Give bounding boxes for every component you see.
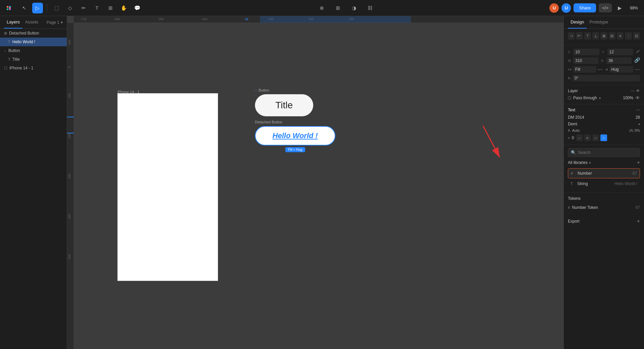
code-button[interactable]: </> (599, 3, 612, 12)
text-align-icons: |A| 0% (629, 128, 640, 132)
hand-tool[interactable]: ✋ (118, 3, 129, 13)
tokens-title: Tokens (568, 196, 640, 201)
text-options-icon[interactable]: ⋯ (636, 108, 640, 112)
tab-layers[interactable]: Layers (4, 16, 22, 28)
tab-assets[interactable]: Assets (22, 16, 41, 28)
align-left[interactable]: ⊣ (568, 32, 575, 40)
page-selector[interactable]: Page 1 ▾ (47, 16, 63, 28)
spacing-value[interactable]: 0 (572, 135, 574, 140)
align-pipe: |A| (629, 129, 633, 132)
iphone-frame[interactable] (117, 93, 218, 281)
detached-button-group: Detached Button Hello World ! Fill × Hug (255, 120, 335, 146)
layer-detached-button[interactable]: ⊞ Detached Button (0, 29, 67, 38)
title-button[interactable]: Title (255, 94, 313, 116)
distribute-h[interactable]: ≡ (617, 32, 624, 40)
resize-icon[interactable]: ⤢ (636, 49, 640, 55)
align-center-v[interactable]: ⊞ (600, 32, 607, 40)
text-icon-2[interactable]: ≡ (584, 134, 591, 141)
inspect-icon[interactable]: ⊕ (317, 3, 327, 13)
tidy-up[interactable]: ⊡ (633, 32, 640, 40)
distribute-v[interactable]: ⋮ (625, 32, 632, 40)
layer-button[interactable]: ⬦ Button (0, 46, 67, 55)
pen-tool[interactable]: ✏ (78, 3, 89, 13)
play-icon[interactable]: ▶ (614, 3, 625, 13)
figma-logo[interactable] (4, 3, 13, 13)
w-field[interactable]: W 310 (568, 57, 598, 64)
select-tool[interactable]: ▷ (32, 3, 43, 13)
avatar: U (549, 3, 559, 13)
layer-icon-1[interactable]: ↔ (631, 89, 635, 93)
canvas-area[interactable]: -710 -600 -300 -100 10 100 310 700 -100 … (67, 16, 564, 349)
canvas-content[interactable]: iPhone 14 - 1 ⬦ Button Title Detached Bu… (74, 23, 564, 349)
tab-design[interactable]: Design (568, 16, 587, 28)
layer-hello-world[interactable]: T Hello World ! (0, 38, 67, 46)
ruler-tick: -600 (114, 17, 120, 21)
hug-icon: ✕ (605, 68, 608, 71)
x-field[interactable]: X 10 (568, 49, 599, 55)
contrast-icon[interactable]: ◑ (349, 3, 360, 13)
font-weight-arrow[interactable]: ▾ (638, 122, 640, 126)
button-group-label: ⬦ Button (255, 88, 313, 92)
y-value[interactable]: 12 (607, 49, 634, 55)
variable-string-left: T String (571, 181, 588, 186)
hug-dash: — (635, 66, 640, 72)
link-icon[interactable]: ⛓ (365, 3, 376, 13)
layer-icon-2[interactable]: 👁 (636, 89, 640, 93)
comment-tool[interactable]: 💬 (132, 3, 143, 13)
align-bottom[interactable]: ⊟ (609, 32, 615, 40)
all-libraries-label[interactable]: All libraries ▾ (568, 160, 591, 165)
text-icon-4[interactable]: ○ (600, 134, 607, 141)
y-label: Y (602, 50, 606, 54)
frame-tool[interactable]: ⬚ (51, 3, 62, 13)
align-top[interactable]: ⊥ (592, 32, 599, 40)
x-value[interactable]: 10 (573, 49, 599, 55)
detached-button[interactable]: Hello World ! Fill × Hug (255, 126, 335, 146)
frame-layer-icon: ☐ (4, 66, 7, 70)
grid-icon[interactable]: ⊞ (333, 3, 343, 13)
font-size[interactable]: 28 (636, 115, 640, 120)
token-number[interactable]: # Number Token 67 (568, 203, 640, 212)
move-tool[interactable]: ↖ (19, 3, 30, 13)
variable-string[interactable]: T String Hello World ! (568, 179, 640, 188)
zoom-level[interactable]: 98% (628, 4, 640, 12)
align-center-h[interactable]: ⊢ (576, 32, 583, 40)
search-box[interactable]: 🔍 (568, 148, 640, 157)
hug-value: Hug (609, 66, 634, 73)
align-right[interactable]: ⊤ (584, 32, 591, 40)
right-panel-tabs: Design Prototype (564, 16, 644, 29)
text-icon-1[interactable]: ↔ (576, 134, 583, 141)
ruler-vtick: 500 (68, 254, 71, 259)
text-tool[interactable]: T (92, 3, 102, 13)
lock-icon[interactable]: 🔗 (634, 57, 640, 64)
coord-row-3: <> Fill — ✕ Hug — (568, 66, 640, 73)
font-name[interactable]: DM 2014 (568, 115, 584, 120)
coord-row-2: W 310 H 36 🔗 (568, 57, 640, 64)
passthrough-arrow[interactable]: ▾ (599, 96, 601, 100)
tab-prototype[interactable]: Prototype (587, 16, 611, 28)
add-variable-button[interactable]: + (637, 160, 640, 166)
layer-title[interactable]: T Title (0, 55, 67, 64)
shape-tool[interactable]: ◇ (65, 3, 75, 13)
w-value[interactable]: 310 (573, 57, 598, 64)
share-button[interactable]: Share (574, 3, 596, 12)
search-icon: 🔍 (571, 150, 576, 155)
visibility-icon[interactable]: 👁 (635, 95, 640, 101)
layer-iphone[interactable]: ☐ iPhone 14 - 1 (0, 64, 67, 72)
search-input[interactable] (578, 150, 637, 155)
y-field[interactable]: Y 12 (602, 49, 634, 55)
variable-string-name: String (577, 181, 588, 186)
h-field[interactable]: H 36 (601, 57, 632, 64)
button-group: ⬦ Button Title (255, 88, 313, 122)
auto-label: Auto (572, 128, 580, 132)
hug-field: ✕ Hug — (605, 66, 640, 73)
text-icon-3[interactable]: □ (592, 134, 599, 141)
title-button-text: Title (275, 100, 293, 111)
add-export-button[interactable]: + (637, 218, 640, 224)
font-weight[interactable]: Demi (568, 122, 577, 126)
spacing-icon: ≡ (568, 136, 570, 140)
h-value[interactable]: 36 (606, 57, 632, 64)
variable-number[interactable]: # Number 67 (568, 168, 640, 178)
components-tool[interactable]: ⊞ (105, 3, 116, 13)
rotation-value[interactable]: 0° (573, 75, 640, 81)
token-type-icon: # (568, 206, 570, 210)
